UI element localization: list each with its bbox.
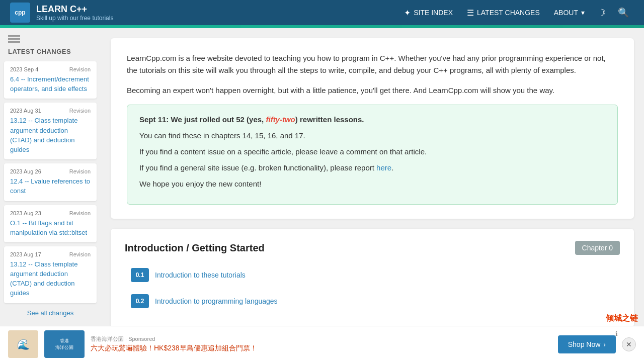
watermark: 倾城之链 (606, 313, 638, 324)
site-subtitle: Skill up with our free tutorials (36, 15, 398, 22)
notice-box: Sept 11: We just rolled out 52 (yes, fif… (127, 105, 618, 205)
ad-banner: 🌊 香港海洋公園 香港海洋公園 · Sponsored 六大必玩驚嚇體驗！HK$… (0, 326, 644, 362)
date-text: 2023 Aug 26 (10, 168, 41, 174)
chapter-title: Introduction / Getting Started (125, 242, 265, 254)
date-text: 2023 Sep 4 (10, 66, 38, 72)
navbar: cpp LEARN C++ Skill up with our free tut… (0, 0, 644, 25)
site-index-label: SITE INDEX (414, 9, 453, 17)
intro-paragraph-1: LearnCpp.com is a free website devoted t… (127, 52, 618, 76)
lesson-link[interactable]: Introduction to these tutorials (155, 271, 246, 279)
site-logo: cpp (10, 3, 30, 23)
ad-image: 🌊 (8, 330, 38, 358)
revision-text: Revision (69, 210, 91, 216)
compass-icon: ✦ (404, 8, 411, 18)
revision-text: Revision (69, 168, 91, 174)
notice-highlight: fifty-two (266, 115, 295, 124)
notice-line-3: If you find a general site issue (e.g. b… (139, 162, 605, 174)
sidebar-item-date: 2023 Aug 26 Revision (10, 168, 91, 174)
sidebar-item-date: 2023 Aug 31 Revision (10, 108, 91, 114)
list-item[interactable]: 0.1 Introduction to these tutorials (125, 263, 620, 287)
site-title: LEARN C++ (36, 4, 398, 15)
arrow-icon: › (603, 340, 606, 348)
notice-line-2: If you find a content issue on a specifi… (139, 146, 605, 158)
revision-text: Revision (69, 251, 91, 257)
chapter-header: Introduction / Getting Started Chapter 0 (125, 241, 620, 255)
notice-line-3-prefix: If you find a general site issue (e.g. b… (139, 163, 376, 172)
latest-changes-link[interactable]: ☰ LATEST CHANGES (461, 5, 546, 21)
notice-line-3-suffix: . (391, 163, 393, 172)
sidebar-item-date: 2023 Aug 23 Revision (10, 210, 91, 216)
intro-card: LearnCpp.com is a free website devoted t… (111, 38, 634, 219)
sidebar-item-link[interactable]: 6.4 -- Increment/decrement operators, an… (10, 75, 89, 93)
date-text: 2023 Aug 31 (10, 108, 41, 114)
date-text: 2023 Aug 23 (10, 210, 41, 216)
page-layout: LATEST CHANGES 2023 Sep 4 Revision 6.4 -… (0, 28, 644, 362)
list-icon: ☰ (467, 8, 474, 18)
notice-line-1: You can find these in chapters 14, 15, 1… (139, 130, 605, 142)
main-content: LearnCpp.com is a free website devoted t… (101, 28, 644, 362)
sidebar-item-link[interactable]: O.1 -- Bit flags and bit manipulation vi… (10, 219, 87, 236)
see-all-changes-link[interactable]: See all changes (0, 307, 101, 319)
site-index-link[interactable]: ✦ SITE INDEX (398, 5, 459, 21)
ad-sponsor-label: 香港海洋公園 · Sponsored (91, 335, 558, 343)
here-link[interactable]: here (376, 163, 391, 172)
notice-line-2-text: If you find a content issue on a specifi… (139, 147, 427, 156)
navbar-links: ✦ SITE INDEX ☰ LATEST CHANGES ABOUT ▾ ☽ … (398, 4, 634, 21)
about-link[interactable]: ABOUT ▾ (548, 6, 591, 20)
ad-close-button[interactable]: ✕ (622, 337, 636, 351)
sidebar: LATEST CHANGES 2023 Sep 4 Revision 6.4 -… (0, 28, 101, 362)
list-item[interactable]: 2023 Aug 26 Revision 12.4 -- Lvalue refe… (4, 163, 97, 201)
revision-text: Revision (69, 108, 91, 114)
chapter-card: Introduction / Getting Started Chapter 0… (111, 229, 634, 327)
chevron-down-icon: ▾ (581, 9, 585, 17)
list-item[interactable]: 2023 Aug 23 Revision O.1 -- Bit flags an… (4, 205, 97, 242)
notice-title-suffix: ) rewritten lessons. (295, 115, 364, 124)
sidebar-item-date: 2023 Sep 4 Revision (10, 66, 91, 72)
shop-now-button[interactable]: Shop Now › (558, 335, 616, 353)
sidebar-item-link[interactable]: 13.12 -- Class template argument deducti… (10, 260, 77, 297)
sidebar-title: LATEST CHANGES (0, 48, 101, 61)
list-item[interactable]: 2023 Aug 31 Revision 13.12 -- Class temp… (4, 103, 97, 159)
date-text: 2023 Aug 17 (10, 251, 41, 257)
lesson-link[interactable]: Introduction to programming languages (155, 297, 278, 305)
lesson-number: 0.1 (131, 268, 149, 282)
sidebar-item-link[interactable]: 13.12 -- Class template argument deducti… (10, 117, 77, 153)
search-button[interactable]: 🔍 (613, 4, 634, 21)
sidebar-item-link[interactable]: 12.4 -- Lvalue references to const (10, 177, 90, 195)
list-item[interactable]: 0.2 Introduction to programming language… (125, 289, 620, 313)
notice-title: Sept 11: We just rolled out 52 (yes, fif… (139, 115, 605, 124)
about-label: ABOUT (554, 9, 578, 17)
lesson-number: 0.2 (131, 294, 149, 308)
sidebar-item-date: 2023 Aug 17 Revision (10, 251, 91, 257)
navbar-brand: LEARN C++ Skill up with our free tutoria… (36, 4, 398, 22)
shop-now-label: Shop Now (568, 340, 601, 348)
intro-paragraph-2: Becoming an expert won't happen overnigh… (127, 84, 618, 97)
sidebar-collapse-button[interactable] (8, 38, 20, 40)
notice-title-prefix: Sept 11: We just rolled out 52 (yes, (139, 115, 266, 124)
latest-changes-label: LATEST CHANGES (477, 9, 540, 17)
ad-text: 六大必玩驚嚇體驗！HK$238早鳥優惠追加組合門票！ (91, 344, 558, 353)
dark-mode-button[interactable]: ☽ (593, 4, 611, 21)
ad-content: 香港海洋公園 · Sponsored 六大必玩驚嚇體驗！HK$238早鳥優惠追加… (91, 335, 558, 353)
chapter-badge: Chapter 0 (575, 241, 620, 255)
list-item[interactable]: 2023 Aug 17 Revision 13.12 -- Class temp… (4, 246, 97, 303)
list-item[interactable]: 2023 Sep 4 Revision 6.4 -- Increment/dec… (4, 61, 97, 99)
ad-info-icon[interactable]: ℹ (615, 330, 618, 337)
revision-text: Revision (69, 66, 91, 72)
ad-logo: 香港海洋公園 (44, 330, 85, 358)
notice-line-4: We hope you enjoy the new content! (139, 178, 605, 190)
